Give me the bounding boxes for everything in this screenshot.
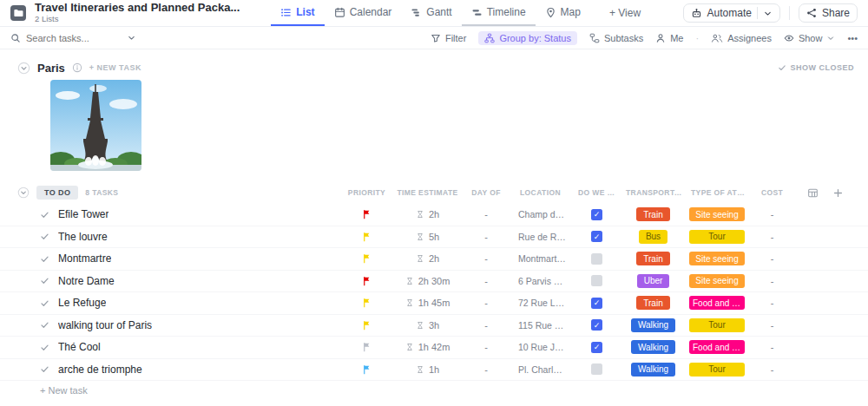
day-of-cell[interactable]: -	[464, 298, 508, 308]
priority-cell[interactable]	[343, 298, 391, 308]
priority-cell[interactable]	[343, 320, 391, 331]
location-cell[interactable]: Champ de M...	[508, 209, 573, 219]
transportation-cell[interactable]: Walking	[621, 340, 686, 354]
cost-cell[interactable]: -	[748, 276, 796, 286]
task-name-cell[interactable]: Le Refuge	[17, 297, 343, 309]
task-name-cell[interactable]: Thé Cool	[17, 341, 343, 353]
need-reservation-checkbox[interactable]	[591, 253, 602, 265]
priority-cell[interactable]	[343, 276, 391, 286]
need-reservation-cell[interactable]: ✓	[573, 209, 621, 220]
search-box[interactable]	[10, 33, 136, 43]
need-reservation-checkbox[interactable]: ✓	[591, 319, 602, 331]
priority-flag-icon[interactable]	[362, 253, 372, 264]
transportation-badge[interactable]: Walking	[631, 318, 675, 332]
collapse-group-icon[interactable]	[17, 187, 30, 199]
assignees-button[interactable]: Assignees	[711, 33, 772, 43]
location-cell[interactable]: Rue de Rivoli...	[508, 232, 573, 242]
task-name-cell[interactable]: Efile Tower	[17, 208, 343, 220]
need-reservation-checkbox[interactable]: ✓	[591, 298, 602, 309]
cost-cell[interactable]: -	[748, 298, 796, 308]
attraction-type-badge[interactable]: Tour	[689, 230, 745, 244]
more-button[interactable]: •••	[847, 33, 858, 43]
column-header-need-reservation[interactable]: DO WE NEED R...	[573, 188, 621, 197]
new-task-footer-button[interactable]: + New task	[0, 381, 868, 396]
tab-gantt[interactable]: Gantt	[401, 0, 461, 26]
column-header-transportation[interactable]: TRANSPORTATI...	[621, 188, 686, 197]
attraction-type-cell[interactable]: Tour	[686, 363, 748, 377]
location-cell[interactable]: Pl. Charles d...	[508, 364, 573, 375]
need-reservation-checkbox[interactable]	[591, 363, 602, 375]
task-status-check-icon[interactable]	[40, 298, 49, 308]
transportation-badge[interactable]: Walking	[631, 363, 675, 377]
attraction-type-badge[interactable]: Site seeing	[689, 207, 745, 221]
folder-icon[interactable]	[10, 5, 26, 21]
transportation-cell[interactable]: Bus	[621, 230, 686, 244]
attraction-type-cell[interactable]: Site seeing	[686, 274, 748, 288]
priority-flag-icon[interactable]	[362, 232, 372, 242]
transportation-cell[interactable]: Walking	[621, 318, 686, 332]
transportation-badge[interactable]: Train	[636, 252, 669, 265]
priority-cell[interactable]	[343, 364, 391, 375]
need-reservation-checkbox[interactable]	[591, 275, 602, 286]
attraction-type-badge[interactable]: Food and d...	[689, 296, 745, 310]
need-reservation-checkbox[interactable]: ✓	[591, 342, 602, 353]
attraction-type-cell[interactable]: Site seeing	[686, 252, 748, 265]
add-view-button[interactable]: + View	[599, 7, 651, 19]
cost-cell[interactable]: -	[748, 253, 796, 264]
attraction-type-badge[interactable]: Tour	[689, 318, 745, 332]
priority-cell[interactable]	[343, 342, 391, 352]
location-cell[interactable]: 10 Rue Jean ...	[508, 342, 573, 352]
automate-button[interactable]: Automate	[683, 3, 780, 23]
location-cell[interactable]: 115 Rue Saint...	[508, 320, 573, 331]
cost-cell[interactable]: -	[748, 209, 796, 219]
transportation-cell[interactable]: Train	[621, 207, 686, 221]
location-cell[interactable]: 6 Parvis Notr...	[508, 276, 573, 286]
column-header-day-of[interactable]: DAY OF	[464, 188, 508, 197]
transportation-cell[interactable]: Walking	[621, 363, 686, 377]
new-task-inline-button[interactable]: + NEW TASK	[89, 63, 141, 72]
time-estimate-cell[interactable]: 3h	[391, 320, 464, 331]
transportation-badge[interactable]: Uber	[637, 274, 670, 288]
day-of-cell[interactable]: -	[464, 253, 508, 264]
task-name[interactable]: arche de triomphe	[58, 363, 142, 376]
info-icon[interactable]	[72, 62, 82, 73]
priority-cell[interactable]	[343, 209, 391, 219]
transportation-cell[interactable]: Train	[621, 296, 686, 310]
search-chevron-icon[interactable]	[127, 33, 136, 43]
task-name-cell[interactable]: The louvre	[17, 231, 343, 243]
attraction-type-cell[interactable]: Food and d...	[686, 340, 748, 354]
paris-cover-image[interactable]	[50, 80, 141, 171]
cost-cell[interactable]: -	[748, 342, 796, 352]
add-column-icon[interactable]	[832, 187, 844, 199]
need-reservation-cell[interactable]	[573, 363, 621, 375]
task-name[interactable]: The louvre	[58, 231, 108, 243]
cost-cell[interactable]: -	[748, 364, 796, 375]
tab-list[interactable]: List	[271, 0, 324, 26]
need-reservation-checkbox[interactable]: ✓	[591, 209, 602, 220]
section-title[interactable]: Paris	[37, 62, 65, 75]
task-name[interactable]: Notre Dame	[58, 275, 115, 287]
transportation-badge[interactable]: Walking	[631, 340, 675, 354]
show-closed-button[interactable]: SHOW CLOSED	[778, 63, 854, 72]
collapse-section-icon[interactable]	[17, 62, 30, 75]
priority-flag-icon[interactable]	[362, 342, 372, 352]
time-estimate-cell[interactable]: 5h	[391, 232, 464, 242]
attraction-type-badge[interactable]: Site seeing	[689, 274, 745, 288]
task-name-cell[interactable]: arche de triomphe	[17, 363, 343, 376]
column-header-cost[interactable]: COST	[748, 188, 796, 197]
priority-cell[interactable]	[343, 232, 391, 242]
time-estimate-cell[interactable]: 1h	[391, 364, 464, 375]
task-name-cell[interactable]: walking tour of Paris	[17, 319, 343, 331]
day-of-cell[interactable]: -	[464, 364, 508, 375]
task-name-cell[interactable]: Notre Dame	[17, 275, 343, 287]
need-reservation-cell[interactable]: ✓	[573, 342, 621, 353]
me-button[interactable]: Me	[655, 33, 683, 43]
priority-flag-icon[interactable]	[362, 298, 372, 308]
task-name[interactable]: Thé Cool	[58, 341, 101, 353]
column-header-location[interactable]: LOCATION	[508, 188, 573, 197]
location-cell[interactable]: Montmartre, ...	[508, 253, 573, 264]
priority-flag-icon[interactable]	[362, 364, 372, 375]
column-header-attraction-type[interactable]: TYPE OF ATRAC...	[686, 188, 748, 197]
time-estimate-cell[interactable]: 1h 45m	[391, 298, 464, 308]
task-status-check-icon[interactable]	[40, 364, 49, 374]
